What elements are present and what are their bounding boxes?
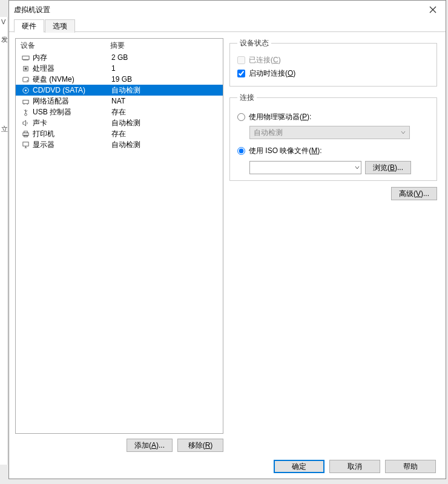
device-summary: 存在 [111, 129, 219, 139]
svg-rect-0 [22, 56, 28, 59]
device-summary: 19 GB [111, 75, 219, 83]
device-row-cddvd[interactable]: CD/DVD (SATA)自动检测 [16, 85, 223, 96]
device-status-legend: 设备状态 [237, 38, 271, 48]
cpu-icon [21, 65, 30, 73]
connected-label: 已连接(C) [249, 55, 281, 65]
device-name: 处理器 [33, 64, 111, 74]
device-row-memory[interactable]: 内存2 GB [16, 52, 223, 63]
device-list-header: 设备 摘要 [16, 39, 223, 52]
device-row-printer[interactable]: 打印机存在 [16, 128, 223, 139]
device-name: CD/DVD (SATA) [33, 86, 111, 94]
tab-hardware[interactable]: 硬件 [14, 19, 44, 33]
connect-at-start-row: 启动时连接(O) [237, 67, 429, 80]
display-icon [21, 141, 30, 149]
device-summary: 自动检测 [111, 140, 219, 150]
advanced-row: 高级(V)... [229, 187, 437, 200]
svg-rect-7 [22, 100, 28, 103]
disk-icon [21, 76, 30, 83]
iso-label: 使用 ISO 映像文件(M): [249, 146, 322, 156]
connect-at-start-checkbox[interactable] [237, 70, 245, 77]
sound-icon [21, 119, 30, 127]
device-row-display[interactable]: 显示器自动检测 [16, 139, 223, 150]
svg-rect-2 [24, 67, 27, 70]
connected-row: 已连接(C) [237, 53, 429, 67]
device-name: 网络适配器 [33, 96, 111, 106]
device-summary: 自动检测 [111, 85, 219, 96]
device-status-group: 设备状态 已连接(C) 启动时连接(O) [229, 38, 437, 87]
device-row-cpu[interactable]: 处理器1 [16, 63, 223, 74]
content-area: 设备 摘要 内存2 GB处理器1硬盘 (NVMe)19 GBCD/DVD (SA… [9, 32, 446, 454]
cancel-button[interactable]: 取消 [329, 460, 380, 473]
help-button[interactable]: 帮助 [385, 460, 436, 473]
connection-group: 连接 使用物理驱动器(P): 自动检测 使用 ISO 映像文件(M): [229, 93, 437, 181]
ok-button[interactable]: 确定 [274, 460, 324, 473]
left-column: 设备 摘要 内存2 GB处理器1硬盘 (NVMe)19 GBCD/DVD (SA… [15, 38, 223, 452]
add-button[interactable]: 添加(A)... [127, 439, 173, 452]
device-buttons: 添加(A)... 移除(R) [15, 439, 223, 452]
disc-icon [21, 87, 30, 94]
vm-settings-dialog: 虚拟机设置 硬件 选项 设备 摘要 内存2 GB处理器1硬盘 (NVMe)19 … [8, 0, 446, 479]
iso-path-combobox[interactable] [249, 161, 361, 174]
physical-drive-label: 使用物理驱动器(P): [249, 112, 311, 122]
svg-point-8 [24, 113, 27, 116]
device-name: 硬盘 (NVMe) [33, 74, 111, 85]
device-name: 显示器 [33, 140, 111, 150]
usb-icon [21, 108, 30, 116]
printer-icon [21, 130, 30, 138]
memory-icon [21, 54, 30, 62]
iso-radio[interactable] [237, 147, 245, 155]
device-row-disk[interactable]: 硬盘 (NVMe)19 GB [16, 74, 223, 85]
network-icon [21, 97, 30, 105]
device-list: 设备 摘要 内存2 GB处理器1硬盘 (NVMe)19 GBCD/DVD (SA… [15, 38, 223, 434]
device-summary: 存在 [111, 107, 219, 117]
chevron-down-icon [401, 128, 406, 137]
physical-drive-select: 自动检测 [249, 126, 410, 139]
header-summary: 摘要 [110, 41, 125, 51]
tabstrip: 硬件 选项 [9, 19, 446, 32]
device-name: 内存 [33, 53, 111, 63]
device-row-usb[interactable]: USB 控制器存在 [16, 106, 223, 117]
advanced-button[interactable]: 高级(V)... [391, 187, 437, 200]
device-row-sound[interactable]: 声卡自动检测 [16, 117, 223, 128]
close-icon[interactable] [429, 5, 437, 14]
dialog-buttons: 确定 取消 帮助 [9, 454, 446, 479]
svg-rect-10 [24, 131, 27, 132]
physical-drive-row: 使用物理驱动器(P): [237, 110, 429, 123]
device-summary: NAT [111, 97, 219, 105]
connect-at-start-label: 启动时连接(O) [249, 68, 295, 79]
physical-drive-radio[interactable] [237, 113, 245, 121]
device-name: 声卡 [33, 118, 111, 128]
device-name: USB 控制器 [33, 107, 111, 117]
connected-checkbox [237, 56, 245, 64]
device-summary: 2 GB [111, 53, 219, 62]
browse-button[interactable]: 浏览(B)... [365, 161, 411, 174]
titlebar: 虚拟机设置 [9, 1, 446, 19]
connection-legend: 连接 [237, 93, 257, 103]
background-left-slice: V 发 立 [0, 17, 8, 465]
remove-button[interactable]: 移除(R) [177, 439, 223, 452]
chevron-down-icon[interactable] [355, 163, 360, 172]
physical-drive-select-wrap: 自动检测 [249, 126, 429, 139]
right-column: 设备状态 已连接(C) 启动时连接(O) 连接 使用物理驱动器(P): [229, 38, 440, 452]
dialog-title: 虚拟机设置 [14, 5, 429, 15]
device-name: 打印机 [33, 129, 111, 139]
header-device: 设备 [21, 41, 110, 51]
svg-point-6 [25, 90, 27, 91]
svg-point-4 [27, 80, 28, 81]
svg-rect-12 [22, 142, 28, 146]
iso-row: 使用 ISO 映像文件(M): [237, 144, 429, 157]
iso-input-row: 浏览(B)... [249, 161, 429, 174]
device-row-network[interactable]: 网络适配器NAT [16, 96, 223, 106]
device-summary: 1 [111, 64, 219, 73]
tab-options[interactable]: 选项 [45, 19, 75, 33]
device-summary: 自动检测 [111, 118, 219, 128]
